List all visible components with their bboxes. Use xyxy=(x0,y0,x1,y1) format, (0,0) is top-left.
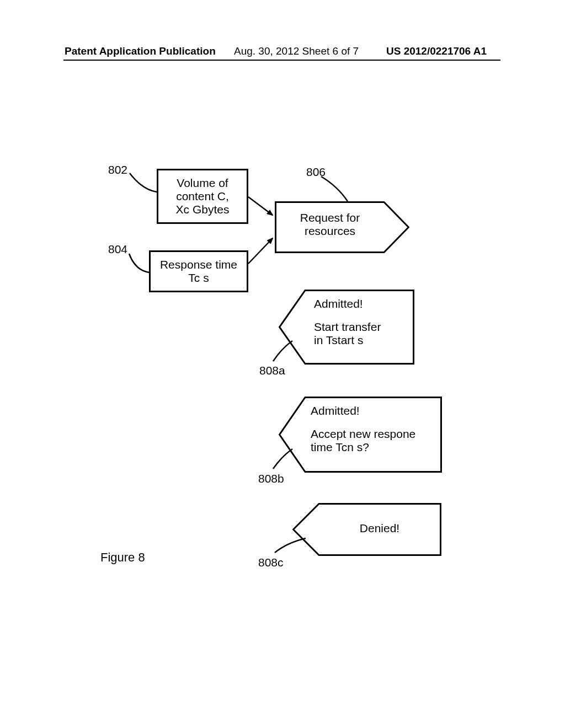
box-802-line1: Volume of xyxy=(162,176,243,190)
shape-request-for-resources: Request for resources xyxy=(275,201,409,253)
resp-c-line1: Denied! xyxy=(319,522,440,535)
header-date-sheet: Aug. 30, 2012 Sheet 6 of 7 xyxy=(234,45,359,57)
box-802-line3: Xc Gbytes xyxy=(162,203,243,216)
request-line2: resources xyxy=(275,224,385,238)
resp-a-line2: Start transfer xyxy=(314,320,413,334)
ref-802: 802 xyxy=(108,163,127,176)
request-line1: Request for xyxy=(275,211,385,224)
header-publication-number: US 2012/0221706 A1 xyxy=(386,45,487,57)
resp-a-line3: in Tstart s xyxy=(314,334,413,347)
resp-a-line1: Admitted! xyxy=(314,297,413,311)
box-response-time: Response time Tc s xyxy=(149,250,248,292)
figure-caption: Figure 8 xyxy=(100,550,145,565)
ref-808a: 808a xyxy=(259,364,285,377)
box-804-line2: Tc s xyxy=(154,271,243,285)
header-publication: Patent Application Publication xyxy=(65,45,216,57)
svg-line-5 xyxy=(248,238,273,264)
patent-page: Patent Application Publication Aug. 30, … xyxy=(0,0,565,728)
box-804-line1: Response time xyxy=(154,258,243,271)
header-rule xyxy=(63,60,500,61)
shape-response-admitted-start: Admitted! Start transfer in Tstart s xyxy=(279,290,414,365)
ref-808b: 808b xyxy=(258,472,284,485)
svg-line-4 xyxy=(248,197,273,215)
resp-b-line1: Admitted! xyxy=(311,404,441,417)
shape-response-admitted-accept: Admitted! Accept new respone time Tcn s? xyxy=(279,397,442,473)
resp-b-line3: time Tcn s? xyxy=(311,441,441,454)
ref-808c: 808c xyxy=(258,556,284,569)
shape-response-denied: Denied! xyxy=(292,503,441,556)
box-volume-content: Volume of content C, Xc Gbytes xyxy=(157,169,248,224)
ref-804: 804 xyxy=(108,243,127,256)
box-802-line2: content C, xyxy=(162,190,243,203)
ref-806: 806 xyxy=(306,165,326,179)
resp-b-line2: Accept new respone xyxy=(311,427,441,441)
